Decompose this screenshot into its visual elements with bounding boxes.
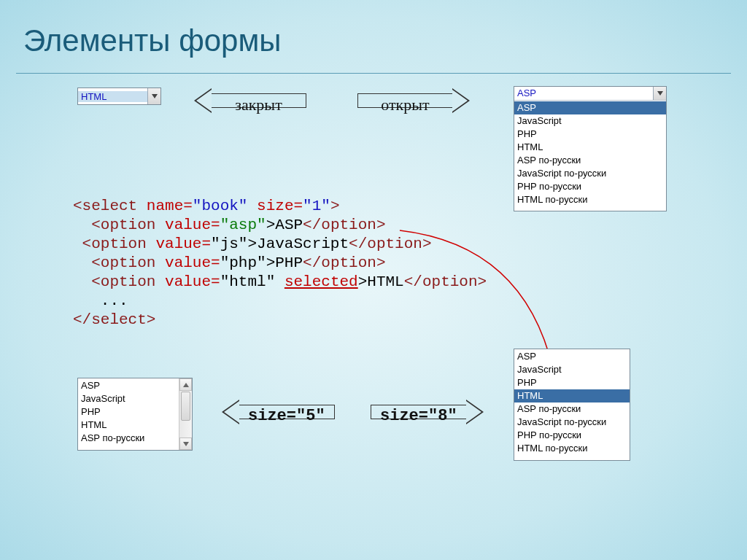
list-option[interactable]: ASP по-русски — [514, 154, 666, 167]
list-option[interactable]: HTML — [78, 419, 179, 432]
list-option[interactable]: HTML — [514, 141, 666, 154]
list-option[interactable]: PHP — [514, 128, 666, 141]
chevron-down-icon — [657, 91, 663, 96]
arrow-left-icon — [187, 88, 212, 113]
select-closed[interactable]: HTML — [77, 88, 161, 105]
select-size5[interactable]: ASPJavaScriptPHPHTMLASP по-русски — [77, 378, 193, 451]
select-closed-value: HTML — [78, 91, 147, 102]
list-option[interactable]: ASP — [514, 101, 666, 114]
chevron-down-icon — [183, 442, 189, 446]
scroll-up-button[interactable] — [179, 378, 192, 391]
list-option[interactable]: JavaScript по-русски — [514, 416, 630, 429]
list-option[interactable]: JavaScript — [78, 392, 179, 405]
arrow-right-icon — [452, 88, 477, 113]
chevron-up-icon — [183, 383, 189, 387]
list-option[interactable]: PHP — [78, 405, 179, 419]
list-option[interactable]: HTML по-русски — [514, 442, 630, 455]
list-option[interactable]: ASP — [514, 350, 630, 363]
dropdown-button[interactable] — [653, 87, 666, 100]
select-open-header: ASP — [514, 87, 653, 100]
arrow-closed: закрыт — [187, 88, 306, 113]
list-option[interactable]: ASP — [78, 379, 179, 392]
list-option[interactable]: HTML — [514, 389, 630, 402]
arrow-size5: size="5" — [214, 400, 335, 424]
list-option[interactable]: HTML по-русски — [514, 193, 666, 206]
chevron-down-icon — [152, 94, 158, 98]
arrow-open: открыт — [357, 88, 477, 113]
list-option[interactable]: PHP по-русски — [514, 180, 666, 193]
arrow-size5-label: size="5" — [239, 405, 335, 419]
code-block: <select name="book" size="1"> <option va… — [73, 197, 487, 330]
scrollbar[interactable] — [179, 378, 192, 450]
title-underline — [16, 73, 731, 74]
list-option[interactable]: JavaScript — [514, 114, 666, 128]
arrow-size8-label: size="8" — [371, 405, 466, 419]
arrow-right-icon — [466, 400, 491, 424]
list-option[interactable]: JavaScript по-русски — [514, 167, 666, 180]
scroll-thumb[interactable] — [181, 392, 190, 421]
select-size8[interactable]: ASPJavaScriptPHPHTMLASP по-русскиJavaScr… — [514, 349, 630, 461]
arrow-size8: size="8" — [371, 400, 491, 424]
arrow-left-icon — [214, 400, 239, 424]
list-option[interactable]: ASP по-русски — [514, 402, 630, 416]
list-option[interactable]: PHP — [514, 376, 630, 389]
list-option[interactable]: ASP по-русски — [78, 432, 179, 445]
select-open[interactable]: ASP ASPJavaScriptPHPHTMLASP по-русскиJav… — [514, 86, 667, 211]
arrow-open-label: открыт — [357, 93, 452, 108]
list-option[interactable]: JavaScript — [514, 363, 630, 376]
list-option[interactable]: PHP по-русски — [514, 429, 630, 442]
scroll-down-button[interactable] — [179, 438, 192, 450]
slide-title: Элементы формы — [23, 23, 734, 58]
arrow-closed-label: закрыт — [212, 93, 306, 108]
dropdown-button[interactable] — [147, 88, 160, 104]
